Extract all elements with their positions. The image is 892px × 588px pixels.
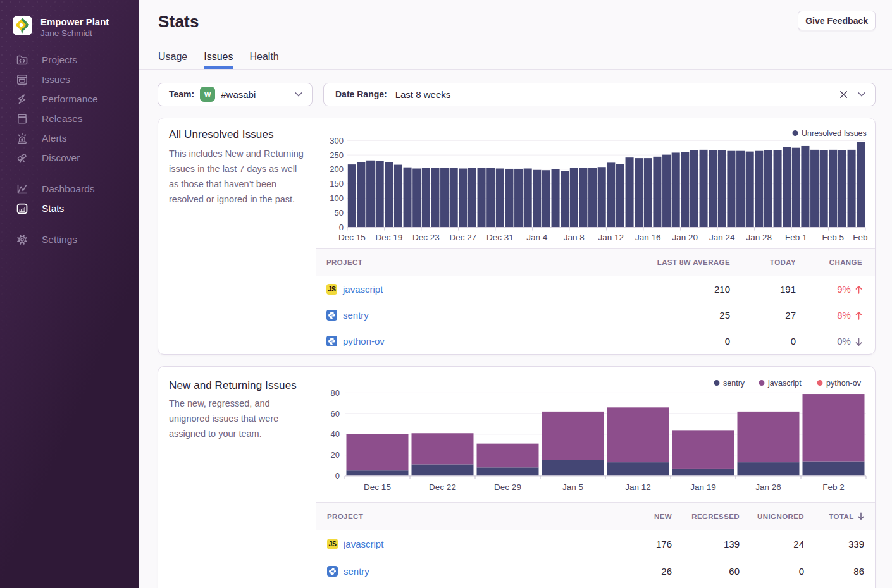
svg-text:Jan 28: Jan 28 (746, 233, 772, 242)
svg-text:Jan 5: Jan 5 (562, 482, 583, 492)
svg-text:Dec 22: Dec 22 (429, 482, 456, 492)
svg-text:Feb 1: Feb 1 (785, 233, 807, 242)
svg-text:80: 80 (331, 388, 340, 398)
svg-text:Dec 23: Dec 23 (412, 233, 440, 242)
svg-text:0: 0 (335, 471, 340, 481)
svg-text:Feb 5: Feb 5 (822, 233, 845, 242)
svg-text:20: 20 (331, 450, 340, 460)
svg-text:Jan 8: Jan 8 (564, 233, 585, 242)
svg-text:Jan 12: Jan 12 (598, 233, 624, 242)
svg-text:Jan 19: Jan 19 (690, 482, 716, 492)
svg-text:Feb 2: Feb 2 (822, 482, 845, 492)
svg-text:javascript: javascript (767, 379, 802, 388)
svg-text:sentry: sentry (723, 379, 745, 388)
svg-text:python-ov: python-ov (826, 379, 862, 388)
svg-text:300: 300 (330, 136, 344, 145)
svg-text:Jan 4: Jan 4 (526, 233, 548, 242)
svg-text:Jan 20: Jan 20 (672, 233, 698, 242)
svg-text:Dec 15: Dec 15 (338, 233, 366, 242)
svg-text:Dec 15: Dec 15 (364, 482, 391, 492)
svg-text:100: 100 (330, 193, 344, 203)
svg-text:Jan 24: Jan 24 (709, 233, 735, 242)
svg-text:250: 250 (330, 150, 344, 160)
svg-text:Jan 26: Jan 26 (755, 482, 781, 492)
svg-text:0: 0 (339, 223, 344, 232)
svg-text:40: 40 (331, 429, 340, 439)
svg-text:Dec 31: Dec 31 (486, 233, 514, 242)
svg-text:150: 150 (330, 179, 344, 188)
svg-text:Unresolved Issues: Unresolved Issues (802, 129, 867, 138)
svg-text:Feb: Feb (853, 233, 867, 242)
svg-text:Jan 12: Jan 12 (625, 482, 651, 492)
svg-text:60: 60 (331, 409, 340, 419)
svg-text:50: 50 (335, 208, 344, 217)
svg-text:Dec 27: Dec 27 (449, 233, 476, 242)
svg-text:Dec 29: Dec 29 (494, 482, 521, 492)
svg-text:200: 200 (330, 164, 344, 174)
svg-text:Dec 19: Dec 19 (375, 233, 402, 242)
svg-text:Jan 16: Jan 16 (635, 233, 661, 242)
